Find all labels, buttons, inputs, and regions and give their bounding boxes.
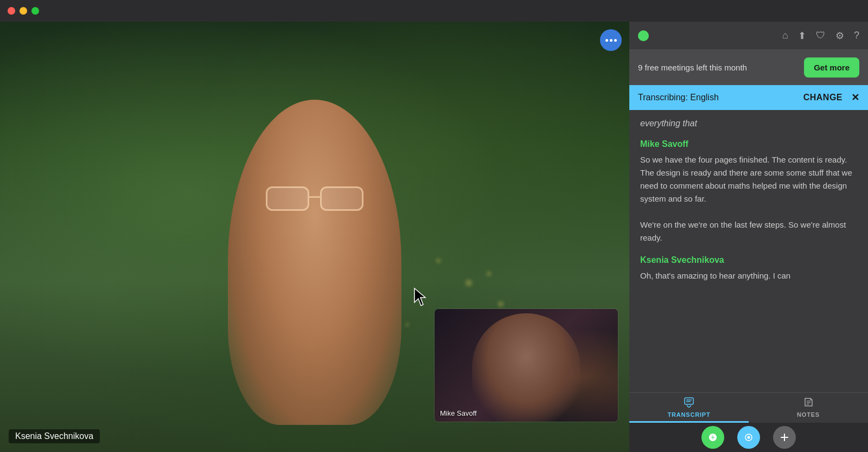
glasses-right-lens: [320, 186, 363, 211]
notes-tab-icon: [803, 397, 814, 410]
transcribing-bar: Transcribing: English CHANGE ✕: [629, 85, 868, 110]
pip-person-silhouette: [472, 313, 580, 422]
close-window-button[interactable]: [8, 7, 15, 15]
svg-point-7: [748, 436, 750, 439]
speaker-mike: Mike Savoff: [640, 139, 857, 149]
traffic-lights: [8, 7, 39, 15]
tab-transcript[interactable]: TRANSCRIPT: [629, 393, 749, 423]
partial-text: everything that: [640, 119, 857, 128]
upload-icon[interactable]: ⬆: [798, 30, 806, 42]
tab-bar: TRANSCRIPT NOTES: [629, 392, 868, 423]
cursor: [413, 287, 429, 307]
header-icons: ⌂ ⬆ 🛡 ⚙ ?: [782, 30, 859, 42]
video-area: Mike Savoff Ksenia Svechnikova: [0, 22, 629, 452]
main-video: Mike Savoff Ksenia Svechnikova: [0, 22, 629, 452]
transcript-content: everything that Mike Savoff So we have t…: [629, 110, 868, 392]
transcript-tab-icon: [684, 397, 694, 410]
settings-icon[interactable]: ⚙: [835, 30, 844, 42]
pip-video: Mike Savoff: [434, 308, 618, 422]
panel-header: ⌂ ⬆ 🛡 ⚙ ?: [629, 22, 868, 50]
action-button-blue[interactable]: [737, 426, 760, 449]
action-button-green[interactable]: [701, 426, 724, 449]
right-panel: ⌂ ⬆ 🛡 ⚙ ? 9 free meetings left this mont…: [629, 22, 868, 452]
shield-icon[interactable]: 🛡: [816, 30, 826, 41]
maximize-window-button[interactable]: [31, 7, 39, 15]
titlebar: [0, 0, 868, 22]
action-button-gray[interactable]: [773, 426, 796, 449]
header-left: [638, 30, 649, 41]
glasses: [260, 186, 369, 214]
tab-transcript-label: TRANSCRIPT: [668, 411, 711, 418]
main-participant-name: Ksenia Svechnikova: [9, 429, 100, 443]
speech-ksenia: Oh, that's amazing to hear anything. I c…: [640, 269, 857, 282]
transcript-entry-mike: Mike Savoff So we have the four pages fi…: [640, 139, 857, 244]
home-icon[interactable]: ⌂: [782, 30, 788, 41]
free-meetings-text: 9 free meetings left this month: [638, 62, 747, 73]
more-options-button[interactable]: [600, 29, 622, 51]
svg-rect-0: [685, 398, 693, 404]
free-meetings-bar: 9 free meetings left this month Get more: [629, 50, 868, 85]
glasses-bridge: [309, 196, 320, 198]
pip-background: [435, 309, 618, 422]
minimize-window-button[interactable]: [20, 7, 27, 15]
bottom-actions: [629, 423, 868, 452]
pip-participant-name: Mike Savoff: [440, 409, 477, 417]
tab-notes-label: NOTES: [797, 411, 820, 418]
glasses-left-lens: [266, 186, 309, 211]
status-indicator: [638, 30, 649, 41]
main-content: Mike Savoff Ksenia Svechnikova ⌂ ⬆ 🛡 ⚙: [0, 22, 868, 452]
transcribing-label: Transcribing: English: [638, 93, 719, 102]
tab-notes[interactable]: NOTES: [749, 393, 868, 423]
transcript-entry-ksenia: Ksenia Svechnikova Oh, that's amazing to…: [640, 255, 857, 282]
help-icon[interactable]: ?: [854, 30, 859, 41]
speech-mike: So we have the four pages finished. The …: [640, 153, 857, 244]
close-transcribing-button[interactable]: ✕: [851, 92, 859, 104]
transcribing-actions: CHANGE ✕: [803, 92, 859, 104]
get-more-button[interactable]: Get more: [804, 57, 859, 78]
dots-icon: [605, 39, 617, 42]
change-language-button[interactable]: CHANGE: [803, 93, 843, 102]
main-person-face: [228, 100, 401, 425]
speaker-ksenia: Ksenia Svechnikova: [640, 255, 857, 265]
